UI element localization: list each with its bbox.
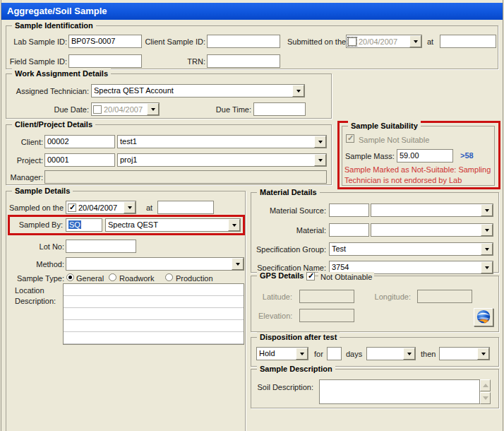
manager-label: Manager: [8, 172, 43, 182]
lot-no-field[interactable] [66, 240, 136, 253]
sample-type-production-label: Production [176, 273, 213, 283]
gps-not-obtainable-checkbox[interactable] [306, 272, 315, 281]
chevron-down-icon[interactable] [477, 348, 489, 360]
latitude-field [299, 290, 354, 303]
project-label: Project: [9, 155, 43, 165]
longitude-field [417, 290, 472, 303]
project-code-field[interactable]: 00001 [44, 153, 115, 167]
material-source-combo[interactable] [371, 203, 493, 217]
gps-not-obtainable-label: Not Obtainable [318, 272, 374, 282]
chevron-down-icon[interactable] [314, 154, 326, 166]
map-lookup-button[interactable] [474, 308, 493, 326]
chevron-down-icon[interactable] [403, 348, 415, 360]
sampled-by-name-combo[interactable]: Spectra QEST [105, 218, 241, 232]
field-sample-id-field[interactable] [68, 54, 142, 68]
sampled-date-checkbox[interactable] [68, 203, 76, 212]
sampled-by-code-field[interactable]: SQ [66, 218, 102, 232]
material-source-value [371, 204, 493, 216]
material-combo[interactable] [371, 223, 493, 237]
scroll-up-button[interactable] [480, 379, 491, 391]
group-work-assignment: Work Assignment Details Assigned Technic… [6, 73, 332, 119]
soil-description-field[interactable] [319, 379, 480, 404]
longitude-label: Longitude: [368, 292, 411, 302]
group-sample-identification: Sample Identification Lab Sample ID: BP0… [6, 25, 498, 69]
disposition-action-combo[interactable]: Hold [256, 347, 308, 360]
group-caption: Disposition after test [257, 332, 340, 342]
client-sample-id-field[interactable] [207, 35, 280, 48]
chevron-down-icon[interactable] [314, 136, 326, 148]
chevron-down-icon[interactable] [481, 261, 493, 273]
method-label: Method: [28, 259, 64, 269]
assigned-technician-combo[interactable]: Spectra QEST Account [91, 84, 305, 98]
sampled-by-code-value: SQ [68, 220, 81, 229]
title-bar: Aggregate/Soil Sample [1, 3, 503, 20]
sample-not-suitable-label: Sample Not Suitable [359, 135, 429, 145]
globe-icon [476, 309, 491, 325]
chevron-down-icon[interactable] [409, 35, 421, 47]
trn-field[interactable] [207, 54, 280, 68]
group-gps-details: GPS Details Not Obtainable Latitude: Lon… [251, 276, 499, 332]
group-client-project: Client/Project Details Client: 00002 tes… [6, 124, 332, 185]
due-time-label: Due Time: [212, 105, 251, 114]
client-code-field[interactable]: 00002 [44, 135, 115, 148]
client-sample-id-label: Client Sample ID: [145, 37, 205, 47]
submitted-time-field[interactable] [440, 35, 496, 48]
group-caption: Sample Identification [12, 20, 96, 30]
chevron-down-icon[interactable] [481, 243, 493, 255]
specification-group-label: Specification Group: [253, 244, 326, 254]
submitted-date-checkbox[interactable] [348, 37, 356, 46]
chevron-down-icon[interactable] [481, 224, 493, 236]
chevron-down-icon[interactable] [292, 85, 304, 97]
sampled-by-highlight-box: Sampled By: SQ Spectra QEST [8, 215, 245, 235]
elevation-label: Elevation: [258, 311, 292, 321]
due-date-picker[interactable]: 20/04/2007 [91, 102, 160, 116]
sample-mass-hint: >58 [460, 151, 474, 160]
sample-mass-field[interactable]: 59.00 [397, 149, 453, 163]
method-value [66, 258, 244, 270]
lab-sample-id-field[interactable]: BP07S-0007 [68, 35, 142, 48]
group-material-details: Material Details Material Source: Materi… [251, 192, 499, 273]
disposition-then-combo[interactable] [439, 347, 490, 360]
method-combo[interactable] [66, 257, 244, 271]
trn-label: TRN: [145, 57, 205, 66]
disposition-days-unit-combo[interactable] [366, 347, 416, 360]
chevron-down-icon[interactable] [228, 219, 240, 231]
location-description-label-line2: Description: [15, 296, 56, 306]
client-name-combo[interactable]: test1 [117, 135, 327, 148]
sampled-date-picker[interactable]: 20/04/2007 [66, 201, 136, 214]
sample-type-radio-general[interactable] [66, 273, 74, 281]
dialog-window: Aggregate/Soil Sample Sample Identificat… [0, 0, 504, 431]
chevron-down-icon[interactable] [124, 201, 136, 213]
soil-description-label: Soil Description: [257, 382, 313, 392]
specification-group-combo[interactable]: Test [329, 242, 493, 256]
material-code-field[interactable] [329, 223, 369, 237]
sampled-date-value: 20/04/2007 [78, 203, 117, 212]
submitted-on-label: Submitted on the [287, 37, 344, 47]
due-date-value: 20/04/2007 [104, 105, 143, 114]
scroll-down-button[interactable] [480, 392, 491, 404]
sample-type-roadwork-label: Roadwork [119, 273, 155, 283]
submitted-date-picker[interactable]: 20/04/2007 [346, 35, 422, 48]
sampled-at-label: at [146, 203, 152, 213]
sample-type-radio-roadwork[interactable] [109, 273, 116, 281]
group-disposition: Disposition after test Hold for days the… [251, 337, 499, 367]
project-name-combo[interactable]: proj1 [117, 153, 327, 167]
sampled-time-field[interactable] [157, 201, 214, 214]
chevron-down-icon[interactable] [296, 348, 308, 360]
latitude-label: Latitude: [258, 292, 292, 302]
client-name-value: test1 [118, 136, 326, 148]
due-date-checkbox[interactable] [93, 105, 102, 114]
sample-type-radio-production[interactable] [165, 273, 173, 281]
chevron-down-icon[interactable] [232, 258, 244, 270]
disposition-days-count-field[interactable] [327, 347, 342, 360]
chevron-up-icon [483, 381, 488, 387]
location-description-field[interactable] [63, 283, 244, 345]
specification-group-value: Test [330, 243, 493, 255]
lot-no-label: Lot No: [28, 242, 64, 252]
chevron-down-icon[interactable] [481, 204, 493, 216]
submitted-at-label: at [427, 37, 433, 47]
chevron-down-icon[interactable] [147, 103, 159, 115]
chevron-down-icon [483, 396, 488, 403]
due-time-field[interactable] [253, 102, 306, 116]
material-source-code-field[interactable] [329, 203, 369, 217]
